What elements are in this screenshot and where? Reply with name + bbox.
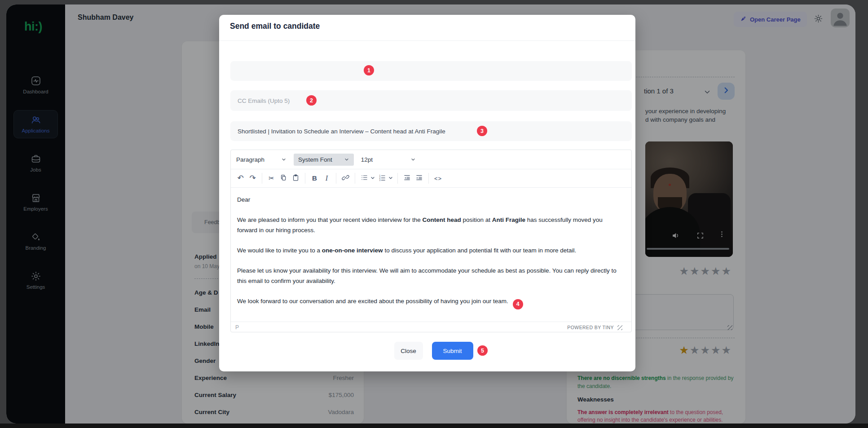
- close-button[interactable]: Close: [394, 342, 423, 360]
- toolbar-separator: [262, 173, 262, 184]
- bold-icon: B: [312, 174, 317, 182]
- font-family-select[interactable]: System Font: [294, 154, 354, 166]
- to-email-field: [230, 61, 632, 81]
- email-paragraph: Please let us know your availability for…: [237, 265, 619, 286]
- tinymce-branding: POWERED BY TINY: [567, 325, 622, 330]
- email-paragraph: We would like to invite you to a one-on-…: [237, 245, 619, 256]
- editor-toolbar-icons: ↶↷✂BI123<>: [231, 169, 631, 188]
- italic-icon: I: [326, 174, 328, 182]
- toolbar-separator: [355, 173, 355, 184]
- font-size-select[interactable]: 12pt: [361, 156, 416, 163]
- annotation-badge-5: 5: [477, 345, 488, 356]
- redo-icon: ↷: [249, 174, 256, 182]
- cc-email-input[interactable]: [230, 90, 632, 111]
- subject-field: [230, 121, 632, 141]
- paste-icon: [292, 174, 300, 183]
- indent-icon: [415, 174, 423, 183]
- outdent-icon: [403, 174, 411, 183]
- toolbar-separator: [397, 173, 398, 184]
- paste-button[interactable]: [290, 172, 302, 185]
- code-button[interactable]: <>: [432, 172, 444, 185]
- undo-button[interactable]: ↶: [234, 172, 247, 185]
- code-icon: <>: [434, 174, 442, 182]
- modal-title: Send email to candidate: [230, 22, 320, 31]
- copy-button[interactable]: [278, 172, 290, 185]
- annotation-badge-3: 3: [477, 126, 487, 136]
- toolbar-separator: [428, 173, 429, 184]
- cut-icon: ✂: [269, 174, 274, 182]
- copy-icon: [280, 174, 287, 183]
- link-icon: [342, 174, 349, 183]
- svg-text:2: 2: [379, 176, 380, 179]
- toolbar-separator: [336, 173, 336, 184]
- annotation-badge-2: 2: [306, 95, 317, 106]
- cc-email-field: [230, 90, 632, 111]
- editor-body[interactable]: DearWe are pleased to inform you that yo…: [231, 188, 631, 322]
- element-path: P: [235, 324, 239, 331]
- email-paragraph: We look forward to our conversation and …: [237, 296, 619, 309]
- font-family-value: System Font: [298, 156, 332, 163]
- paragraph-format-select[interactable]: Paragraph: [236, 156, 286, 163]
- caret-down-button[interactable]: [387, 172, 394, 185]
- window-bottom-bar: [0, 424, 868, 428]
- caret-down-icon: [388, 174, 393, 182]
- cut-button[interactable]: ✂: [265, 172, 278, 185]
- subject-input[interactable]: [230, 121, 632, 141]
- screen: hi:) DashboardApplicationsJobsEmployersB…: [0, 0, 868, 428]
- svg-text:3: 3: [379, 179, 380, 181]
- numbered-list-icon: 123: [379, 174, 386, 183]
- resize-handle[interactable]: [617, 325, 622, 330]
- font-size-value: 12pt: [361, 156, 373, 163]
- italic-button[interactable]: I: [321, 172, 333, 185]
- submit-button[interactable]: Submit: [432, 342, 473, 360]
- redo-button[interactable]: ↷: [247, 172, 259, 185]
- divider: [219, 40, 635, 41]
- paragraph-format-value: Paragraph: [236, 156, 264, 163]
- bullet-list-icon: [361, 174, 368, 183]
- caret-down-button[interactable]: [369, 172, 376, 185]
- svg-text:1: 1: [379, 174, 380, 176]
- outdent-button[interactable]: [401, 172, 413, 185]
- rich-text-editor: Paragraph System Font 12pt ↶↷✂BI123<> De…: [230, 150, 632, 332]
- app-window: hi:) DashboardApplicationsJobsEmployersB…: [6, 4, 855, 424]
- caret-down-icon: [370, 174, 375, 182]
- annotation-badge-1: 1: [364, 65, 374, 75]
- send-email-modal: Send email to candidate 1 2 3 Paragraph: [219, 15, 635, 371]
- caret-down-icon: [344, 157, 349, 162]
- annotation-badge-4: 4: [513, 299, 523, 309]
- bold-button[interactable]: B: [308, 172, 321, 185]
- to-email-input[interactable]: [230, 61, 632, 81]
- toolbar-separator: [305, 173, 305, 184]
- email-paragraph: Dear: [237, 194, 619, 205]
- editor-toolbar-selects: Paragraph System Font 12pt: [231, 150, 631, 169]
- undo-icon: ↶: [237, 174, 243, 182]
- caret-down-icon: [410, 157, 416, 162]
- email-paragraph: We are pleased to inform you that your r…: [237, 215, 619, 235]
- indent-button[interactable]: [413, 172, 425, 185]
- link-button[interactable]: [339, 172, 352, 185]
- caret-down-icon: [281, 157, 286, 162]
- editor-status-bar: P POWERED BY TINY: [231, 322, 631, 333]
- modal-footer: Close Submit: [225, 342, 642, 360]
